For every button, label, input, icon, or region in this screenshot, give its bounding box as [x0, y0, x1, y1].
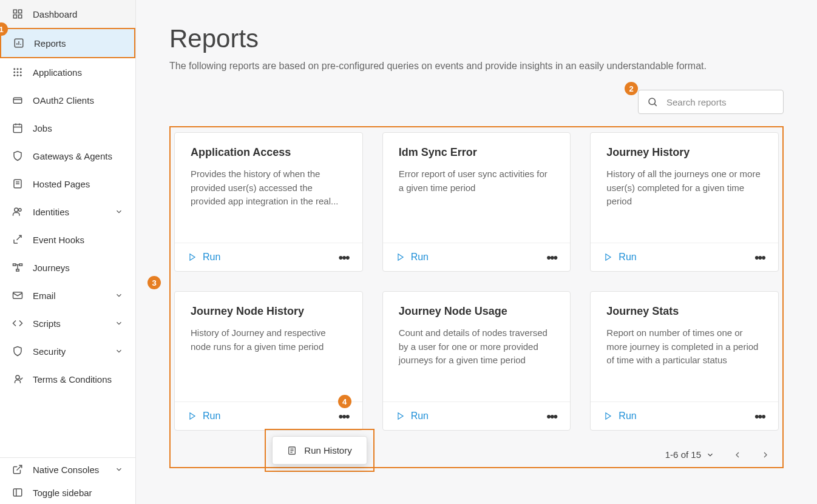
- sidebar-item-identities[interactable]: Identities: [0, 198, 135, 226]
- run-history-popover[interactable]: Run History: [272, 436, 367, 465]
- search-input[interactable]: [666, 97, 782, 107]
- sidebar-main-nav: Dashboard 1 Reports Applications OAuth2 …: [0, 0, 135, 457]
- card-title: Journey Node History: [191, 305, 347, 318]
- sidebar-item-label: Hosted Pages: [33, 179, 123, 189]
- svg-rect-17: [13, 98, 22, 103]
- run-button[interactable]: Run: [188, 252, 220, 263]
- svg-point-12: [17, 72, 19, 73]
- sidebar-item-terms[interactable]: Terms & Conditions: [0, 365, 135, 393]
- more-button[interactable]: •••: [754, 413, 765, 420]
- card-title: Application Access: [191, 146, 347, 159]
- card-desc: Error report of user sync activities for…: [399, 167, 555, 195]
- external-link-icon: [12, 464, 23, 475]
- run-label: Run: [203, 411, 220, 422]
- sidebar-item-scripts[interactable]: Scripts: [0, 309, 135, 337]
- run-button[interactable]: Run: [188, 411, 220, 422]
- terms-icon: [12, 374, 23, 385]
- svg-point-13: [20, 72, 22, 73]
- svg-rect-3: [19, 15, 22, 18]
- pagination-text: 1-6 of 15: [665, 449, 701, 460]
- svg-rect-1: [19, 10, 22, 13]
- sidebar-item-oauth2-clients[interactable]: OAuth2 Clients: [0, 86, 135, 114]
- shield-icon: [12, 150, 23, 161]
- search-icon: [647, 96, 658, 107]
- sidebar-item-email[interactable]: Email: [0, 281, 135, 309]
- svg-point-9: [17, 68, 19, 70]
- cards-grid: Application Access Provides the history …: [174, 132, 779, 431]
- cards-container: 3 Application Access Provides the histor…: [169, 126, 784, 468]
- card-desc: Report on number of times one or more jo…: [606, 326, 762, 368]
- search-box[interactable]: [638, 90, 784, 114]
- sidebar-item-label: Identities: [33, 207, 105, 217]
- sidebar-item-label: Jobs: [33, 123, 123, 133]
- pagination-next[interactable]: [761, 450, 770, 460]
- run-button[interactable]: Run: [396, 411, 429, 422]
- journeys-icon: [12, 262, 23, 273]
- jobs-icon: [12, 123, 23, 133]
- run-button[interactable]: Run: [396, 252, 429, 263]
- sidebar-item-label: Scripts: [33, 318, 105, 329]
- sidebar-item-label: Event Hooks: [33, 235, 123, 245]
- sidebar-item-security[interactable]: Security: [0, 337, 135, 365]
- sidebar-item-event-hooks[interactable]: Event Hooks: [0, 226, 135, 254]
- email-icon: [12, 290, 23, 301]
- sidebar-item-jobs[interactable]: Jobs: [0, 114, 135, 142]
- svg-point-14: [13, 75, 15, 76]
- sidebar-item-journeys[interactable]: Journeys: [0, 254, 135, 281]
- pagination-info[interactable]: 1-6 of 15: [665, 449, 714, 460]
- security-icon: [12, 346, 23, 357]
- annotation-2: 2: [625, 82, 638, 95]
- sidebar-item-native-consoles[interactable]: Native Consoles: [0, 458, 135, 481]
- more-button[interactable]: •••: [339, 413, 349, 420]
- sidebar-item-hosted-pages[interactable]: Hosted Pages: [0, 170, 135, 198]
- svg-rect-19: [13, 124, 22, 133]
- annotation-4: 4: [338, 395, 351, 408]
- svg-point-15: [17, 75, 19, 76]
- run-label: Run: [411, 411, 429, 422]
- more-button[interactable]: •••: [546, 413, 557, 420]
- sidebar-item-label: Reports: [34, 38, 122, 49]
- code-icon: [12, 318, 23, 329]
- oauth2-icon: [12, 95, 23, 106]
- svg-rect-2: [13, 15, 16, 18]
- more-button[interactable]: •••: [546, 254, 557, 261]
- chevron-down-icon: [115, 207, 123, 216]
- run-label: Run: [411, 252, 429, 263]
- more-button[interactable]: •••: [754, 254, 765, 261]
- svg-point-27: [19, 209, 22, 212]
- sidebar-item-applications[interactable]: Applications: [0, 58, 135, 86]
- svg-marker-48: [398, 413, 403, 420]
- sidebar-item-label: OAuth2 Clients: [33, 95, 123, 106]
- chevron-down-icon: [115, 319, 123, 328]
- svg-point-26: [15, 208, 18, 212]
- sidebar-bottom-nav: Native Consoles Toggle sidebar: [0, 457, 135, 504]
- svg-marker-43: [190, 413, 195, 420]
- svg-line-39: [654, 104, 656, 106]
- card-title: Idm Sync Error: [399, 146, 555, 159]
- sidebar-item-dashboard[interactable]: Dashboard: [0, 0, 135, 28]
- svg-line-35: [17, 465, 22, 470]
- sidebar-item-label: Terms & Conditions: [33, 374, 123, 385]
- card-desc: History of all the journeys one or more …: [606, 167, 762, 209]
- run-button[interactable]: Run: [604, 411, 636, 422]
- pagination-prev[interactable]: [733, 450, 742, 460]
- sidebar: Dashboard 1 Reports Applications OAuth2 …: [0, 0, 136, 504]
- run-label: Run: [619, 411, 636, 422]
- sidebar-item-toggle-sidebar[interactable]: Toggle sidebar: [0, 481, 135, 504]
- more-button[interactable]: •••: [339, 254, 349, 261]
- sidebar-item-label: Journeys: [33, 263, 123, 273]
- play-icon: [188, 412, 197, 420]
- annotation-3: 3: [147, 276, 161, 289]
- run-label: Run: [203, 252, 220, 263]
- card-desc: Provides the history of when the provide…: [191, 167, 347, 209]
- svg-point-34: [16, 375, 19, 379]
- sidebar-item-label: Toggle sidebar: [33, 488, 123, 498]
- sidebar-item-reports[interactable]: 1 Reports: [0, 28, 135, 58]
- sidebar-item-label: Applications: [33, 67, 123, 78]
- popover-label: Run History: [304, 445, 351, 455]
- chevron-down-icon: [706, 451, 714, 459]
- sidebar-item-gateways[interactable]: Gateways & Agents: [0, 142, 135, 170]
- sidebar-item-label: Native Consoles: [33, 465, 105, 475]
- svg-point-11: [13, 72, 15, 73]
- run-button[interactable]: Run: [604, 252, 636, 263]
